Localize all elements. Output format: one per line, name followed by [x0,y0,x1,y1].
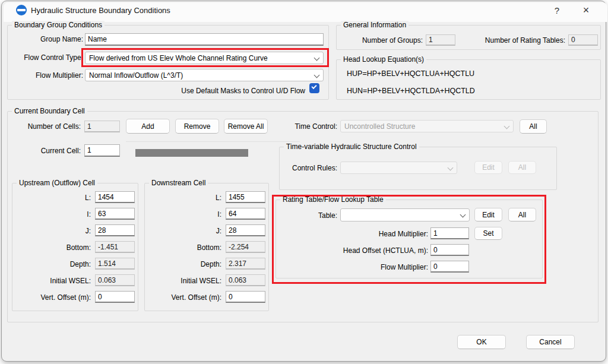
upstream-vert-offset-label: Vert. Offset (m): [17,293,91,302]
chevron-down-icon [315,72,319,77]
downstream-i-input[interactable] [226,208,265,220]
control-rules-edit-button: Edit [474,161,502,174]
upstream-j-input[interactable] [95,224,135,236]
flow-control-type-label: Flow Control Type: [6,53,83,62]
time-control-label: Time Control: [260,122,337,131]
time-control-all-button[interactable]: All [520,119,547,134]
downstream-l-label: L: [147,194,221,202]
downstream-j-input[interactable] [226,224,265,236]
upstream-cell-title: Upstream (Outflow) Cell [17,179,97,187]
flow-multiplier-select[interactable]: Normal Inflow/Outflow (L^3/T) [85,69,324,81]
head-multiplier-label: Head Multiplier: [321,230,428,238]
time-variable-control-title: Time-variable Hydraulic Structure Contro… [284,143,419,151]
use-default-masks-label: Use Default Masks to Control U/D Flow [119,87,305,95]
screen: Hydraulic Structure Boundary Conditions … [0,0,608,364]
downstream-depth-label: Depth: [147,260,221,268]
head-lookup-equations-title: Head Lookup Equation(s) [341,55,426,64]
upstream-bottom-label: Bottom: [17,243,91,252]
flow-control-type-select[interactable]: Flow derived from US Elev Whole Channel … [85,52,324,64]
close-button[interactable]: × [577,4,595,17]
checkmark-icon [311,84,316,89]
downstream-cell-title: Downstream Cell [149,179,208,187]
chevron-down-icon [315,55,319,59]
current-boundary-cell-title: Current Boundary Cell [12,107,87,115]
rating-flow-multiplier-label: Flow Multiplier: [321,263,428,271]
head-offset-input[interactable] [430,244,469,256]
upstream-l-label: L: [17,194,91,202]
upstream-initial-wsel-input [95,274,135,286]
boundary-group-conditions-title: Boundary Group Conditions [12,21,104,29]
downstream-bottom-label: Bottom: [147,243,221,252]
downstream-bottom-input [226,241,265,253]
app-icon [16,5,27,15]
downstream-depth-input [226,258,265,270]
table-all-button[interactable]: All [508,208,536,221]
upstream-i-label: I: [17,210,91,219]
flow-multiplier-value: Normal Inflow/Outflow (L^3/T) [89,71,315,80]
flow-control-type-value: Flow derived from US Elev Whole Channel … [89,54,315,62]
remove-button[interactable]: Remove [175,119,219,134]
upstream-initial-wsel-label: Initial WSEL: [17,277,91,285]
head-lookup-equation-2: HUN=HP+BELV+HQCTLDA+HQCTLD [347,87,475,95]
downstream-vert-offset-label: Vert. Offset (m): [147,293,221,302]
app-icon-bar [17,9,26,11]
number-of-cells-label: Number of Cells: [5,122,81,131]
upstream-depth-input [95,258,135,270]
upstream-i-input[interactable] [95,208,135,220]
head-offset-label: Head Offset (HCTLUA, m): [321,246,428,255]
table-select[interactable] [340,208,470,221]
number-of-groups-label: Number of Groups: [332,36,423,45]
flow-multiplier-label: Flow Multiplier: [6,71,83,80]
cancel-button[interactable]: Cancel [526,335,575,349]
window-title: Hydraulic Structure Boundary Conditions [31,6,170,15]
upstream-vert-offset-input[interactable] [95,291,135,303]
downstream-l-input[interactable] [226,191,265,203]
time-control-value: Uncontrolled Structure [344,122,505,131]
control-rules-label: Control Rules: [260,164,337,172]
group-name-input[interactable] [85,33,324,46]
cell-slider-track [126,141,300,142]
upstream-l-input[interactable] [95,191,135,203]
help-button[interactable]: ? [548,4,566,17]
number-of-groups-input [426,34,455,46]
head-multiplier-input[interactable] [430,227,469,239]
general-information-title: General Information [341,21,408,29]
table-label: Table: [260,211,337,220]
head-lookup-equation-1: HUP=HP+BELV+HQCTLUA+HQCTLU [347,69,474,78]
chevron-down-icon [448,164,453,169]
control-rules-all-button: All [508,161,536,174]
downstream-initial-wsel-label: Initial WSEL: [147,277,221,285]
cell-slider-bar[interactable] [135,149,248,157]
use-default-masks-checkbox[interactable] [309,83,319,93]
time-control-select: Uncontrolled Structure [340,120,514,132]
number-of-rating-tables-input [568,34,598,46]
ok-button[interactable]: OK [457,335,506,349]
upstream-bottom-input [95,241,135,253]
downstream-i-label: I: [147,210,221,219]
rating-table-title: Rating Table/Flow Lookup Table [280,195,386,204]
set-button[interactable]: Set [474,227,502,240]
number-of-rating-tables-label: Number of Rating Tables: [469,36,565,45]
downstream-j-label: J: [147,227,221,235]
upstream-depth-label: Depth: [17,260,91,268]
rating-flow-multiplier-input[interactable] [430,261,469,273]
add-button[interactable]: Add [126,119,170,134]
current-cell-label: Current Cell: [5,147,81,155]
number-of-cells-input [84,121,120,132]
downstream-vert-offset-input[interactable] [226,291,265,303]
upstream-j-label: J: [17,227,91,235]
chevron-down-icon [505,123,509,128]
current-cell-input[interactable] [84,144,120,157]
chevron-down-icon [461,211,466,216]
control-rules-select [340,162,457,174]
table-edit-button[interactable]: Edit [474,208,502,221]
downstream-initial-wsel-input [226,274,265,286]
group-name-label: Group Name: [6,35,83,43]
